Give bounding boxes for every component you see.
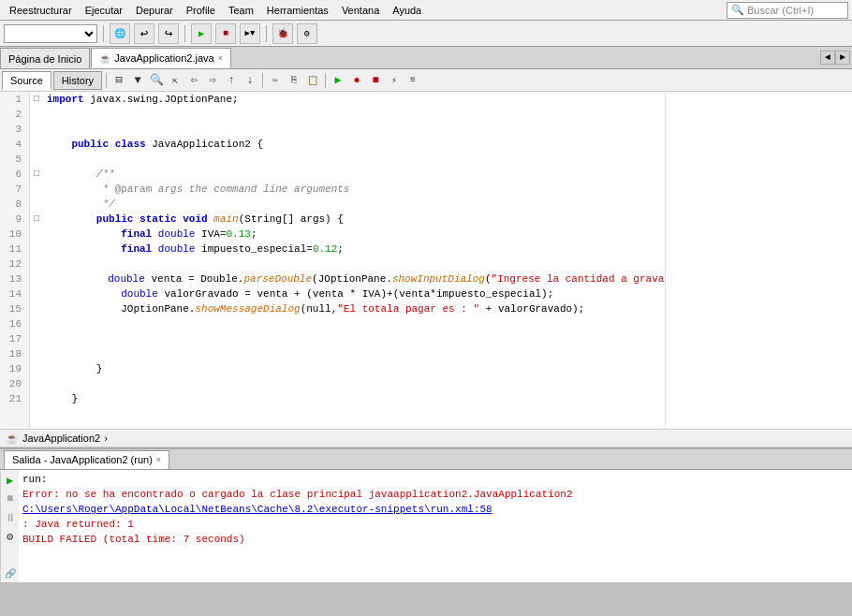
tab-homepage[interactable]: Página de Inicio (0, 48, 90, 68)
code-line (34, 316, 661, 331)
code-line: } (34, 391, 661, 406)
code-line: * @param args the command line arguments (34, 182, 661, 197)
breadcrumb-separator: › (104, 433, 108, 444)
token-plain: } (47, 391, 78, 406)
run-icon: ▶ (198, 28, 204, 39)
debug-file-btn[interactable]: ● (348, 72, 365, 89)
token-kw: import (47, 92, 84, 107)
code-line: double venta = Double.parseDouble(JOptio… (34, 271, 661, 286)
nav-forward-btn[interactable]: ⇨ (204, 72, 221, 89)
line-number: 18 (4, 346, 25, 361)
bars-btn[interactable]: ≡ (404, 72, 421, 89)
code-area[interactable]: □ import javax.swing.JOptionPane; public… (30, 92, 665, 429)
nav-prev-btn[interactable]: ↑ (223, 72, 240, 89)
token-plain: javax.swing.JOptionPane; (84, 92, 239, 107)
search-box[interactable]: 🔍 Buscar (Ctrl+I) (727, 2, 848, 19)
output-tab-close[interactable]: × (156, 455, 161, 464)
tab-homepage-label: Página de Inicio (8, 53, 81, 65)
stop-file-btn[interactable]: ■ (367, 72, 384, 89)
run-file-btn[interactable]: ▶ (330, 72, 346, 89)
output-line: : Java returned: 1 (22, 517, 848, 532)
cut-icon: ✂ (272, 75, 278, 86)
token-plain (177, 212, 184, 227)
token-num: 0.12 (313, 242, 337, 257)
token-plain: JavaApplication2 { (146, 137, 263, 152)
globe-icon: 🌐 (114, 28, 125, 39)
line-number: 21 (4, 391, 25, 406)
token-plain (47, 227, 121, 242)
nav-next-btn[interactable]: ↓ (242, 72, 258, 89)
run-output-btn[interactable]: ▶ (2, 472, 19, 489)
fold-marker[interactable]: □ (34, 212, 45, 227)
token-type: double (108, 271, 145, 286)
settings-output-btn[interactable]: ⚙ (2, 528, 19, 545)
menu-ayuda[interactable]: Ayuda (387, 4, 427, 17)
token-kw: public (96, 212, 134, 227)
code-line: □ import javax.swing.JOptionPane; (34, 92, 661, 107)
bars-icon: ≡ (410, 75, 416, 85)
code-line (34, 107, 661, 122)
line-number: 2 (4, 107, 25, 122)
output-line: run: (22, 472, 848, 487)
forward-btn[interactable]: ↪ (158, 23, 179, 44)
back-btn[interactable]: ↩ (134, 23, 154, 44)
tab-java-label: JavaApplication2.java (114, 52, 213, 64)
line-number: 3 (4, 122, 25, 137)
copy-btn[interactable]: ⎘ (286, 72, 302, 89)
java-file-icon: ☕ (99, 53, 110, 64)
token-comment: * (47, 182, 115, 197)
et-sep-2 (262, 73, 263, 88)
tab-java-file[interactable]: ☕ JavaApplication2.java × (91, 48, 231, 68)
nav-next-icon: ↓ (246, 74, 253, 87)
source-tab[interactable]: Source (2, 71, 51, 90)
output-link[interactable]: C:\Users\Roger\AppData\Local\NetBeans\Ca… (22, 504, 492, 515)
output-main: run:Error: no se ha encontrado o cargado… (19, 470, 852, 582)
separator-1 (103, 25, 104, 42)
paste-btn[interactable]: 📋 (304, 72, 321, 89)
debug-btn[interactable]: 🐞 (272, 23, 293, 44)
tab-nav-left[interactable]: ◄ (820, 51, 835, 65)
fold-marker[interactable]: □ (34, 92, 45, 107)
settings-btn[interactable]: ⚙ (297, 23, 317, 44)
output-extra-btn[interactable]: 🔗 (2, 565, 19, 582)
debug-icon: 🐞 (277, 28, 288, 39)
apply-btn[interactable]: ⚡ (386, 72, 403, 89)
run-btn[interactable]: ▶ (191, 23, 212, 44)
menu-team[interactable]: Team (223, 4, 259, 17)
token-kw: final (121, 227, 152, 242)
menu-reestructurar[interactable]: Reestructurar (4, 4, 78, 17)
toolbar-dropdown[interactable] (4, 24, 97, 43)
find2-btn[interactable]: ⇱ (167, 72, 184, 89)
pause-output-btn[interactable]: ⏸ (2, 509, 19, 526)
breadcrumb-class[interactable]: JavaApplication2 (22, 433, 100, 444)
separator-2 (184, 25, 185, 42)
link-icon-btn[interactable]: 🔗 (2, 565, 19, 582)
find-icon: 🔍 (150, 73, 164, 87)
nav-back-btn[interactable]: ⇦ (185, 72, 202, 89)
menu-items: Reestructurar Ejecutar Depurar Profile T… (4, 4, 427, 17)
menu-profile[interactable]: Profile (181, 4, 221, 17)
run-select-btn[interactable]: ▶▼ (240, 23, 260, 44)
code-editor: 123456789101112131415161718192021 □ impo… (0, 92, 852, 429)
dropdown-btn-1[interactable]: ▼ (129, 72, 146, 89)
cut-btn[interactable]: ✂ (267, 72, 284, 89)
tab-close-btn[interactable]: × (218, 53, 223, 63)
line-number: 5 (4, 152, 25, 167)
globe-btn[interactable]: 🌐 (110, 23, 130, 44)
find-btn[interactable]: 🔍 (148, 72, 165, 89)
menu-ejecutar[interactable]: Ejecutar (80, 4, 128, 17)
output-tab[interactable]: Salida - JavaApplication2 (run) × (4, 450, 169, 469)
line-number: 11 (4, 242, 25, 257)
find2-icon: ⇱ (172, 75, 178, 86)
tab-nav-right-btn[interactable]: ► (835, 51, 850, 65)
token-method: showInputDialog (392, 271, 485, 286)
history-tab[interactable]: History (53, 71, 102, 90)
menu-herramientas[interactable]: Herramientas (261, 4, 334, 17)
stop-output-btn[interactable]: ■ (2, 491, 19, 507)
fold-marker[interactable]: □ (34, 167, 45, 182)
stop-btn[interactable]: ■ (215, 23, 236, 44)
menu-ventana[interactable]: Ventana (336, 4, 385, 17)
settings-icon: ⚙ (304, 28, 310, 39)
toggle-bookmark-btn[interactable]: ⊟ (110, 72, 127, 89)
menu-depurar[interactable]: Depurar (130, 4, 179, 17)
